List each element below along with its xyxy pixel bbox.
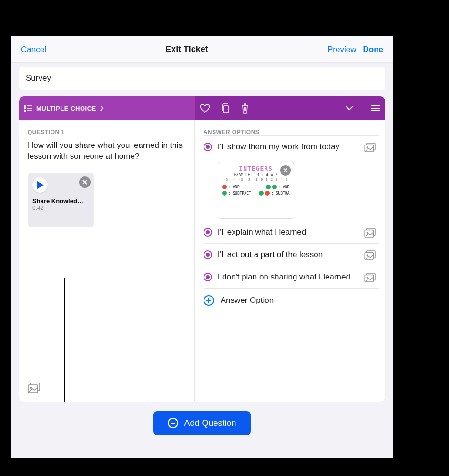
radio-icon: [204, 273, 212, 281]
drag-handle-icon[interactable]: [371, 105, 380, 112]
answer-media-icon[interactable]: [364, 249, 379, 260]
preview-button[interactable]: Preview: [327, 45, 356, 54]
editor-sheet: Cancel Exit Ticket Preview Done: [11, 36, 393, 458]
answer-media-icon[interactable]: [364, 142, 379, 152]
media-duration: 0:42: [32, 205, 90, 211]
question-type-label: MULTIPLE CHOICE: [36, 105, 96, 112]
radio-icon: [204, 228, 212, 237]
media-title: Share Knowled…: [32, 197, 90, 205]
answer-media-icon[interactable]: [364, 272, 379, 282]
add-answer-option-label: Answer Option: [221, 296, 274, 305]
question-type-button[interactable]: MULTIPLE CHOICE: [24, 105, 104, 112]
done-button[interactable]: Done: [363, 45, 383, 54]
radio-icon: [204, 143, 212, 151]
bulleted-list-icon: [24, 105, 32, 112]
assessment-title-input[interactable]: [19, 67, 385, 90]
answer-media-icon[interactable]: [364, 227, 379, 238]
trash-icon[interactable]: [241, 103, 249, 114]
question-header: MULTIPLE CHOICE: [19, 96, 385, 120]
answer-option-text[interactable]: I'll explain what I learned: [218, 227, 358, 238]
callout-line-media-below: [68, 458, 69, 476]
svg-point-0: [24, 105, 26, 107]
answer-options-label: ANSWER OPTIONS: [204, 129, 379, 135]
attachment-row-l2: : SUBTRACT: [228, 191, 251, 196]
svg-point-28: [367, 255, 368, 256]
svg-marker-12: [37, 181, 44, 189]
svg-point-25: [367, 232, 368, 234]
answer-option-text[interactable]: I don't plan on sharing what I learned: [218, 272, 358, 282]
chevron-right-icon: [100, 105, 104, 111]
svg-rect-6: [223, 106, 229, 113]
svg-point-17: [31, 387, 32, 389]
nav-title: Exit Ticket: [165, 44, 208, 54]
callout-line-media: [64, 278, 65, 402]
answer-option[interactable]: I'll explain what I learned: [204, 221, 379, 243]
answer-option[interactable]: I'll act out a part of the lesson: [204, 243, 379, 266]
add-question-label: Add Question: [184, 418, 236, 428]
duplicate-icon[interactable]: [221, 103, 230, 114]
attachment-example: EXAMPLE: -3 + 4 = ?: [234, 173, 278, 177]
attachment-row-r2: : SUBTRA: [271, 191, 290, 196]
callout-line-toolbar: [216, 0, 216, 36]
cancel-button[interactable]: Cancel: [21, 45, 46, 54]
question-text[interactable]: How will you share what you learned in t…: [28, 140, 186, 162]
add-media-icon[interactable]: [28, 383, 41, 395]
answer-option[interactable]: I don't plan on sharing what I learned: [204, 266, 379, 288]
plus-icon: [168, 418, 178, 428]
attachment-heading: INTEGERS: [239, 165, 273, 172]
attachment-row-r1: : ADD: [278, 185, 290, 189]
svg-point-31: [367, 277, 368, 279]
answer-option-text[interactable]: I'll act out a part of the lesson: [218, 249, 358, 260]
question-media-attachment[interactable]: Share Knowled… 0:42: [28, 173, 94, 227]
add-question-button[interactable]: Add Question: [153, 411, 250, 435]
attachment-row-l1: : ADD: [228, 185, 240, 189]
remove-attachment-button[interactable]: [280, 165, 291, 176]
divider: [362, 103, 362, 113]
question-number-label: QUESTION 1: [28, 129, 186, 135]
answer-attachment-image[interactable]: INTEGERS EXAMPLE: -3 + 4 = ? -5 -4 -3 -2…: [218, 162, 294, 219]
nav-bar: Cancel Exit Ticket Preview Done: [11, 36, 393, 63]
radio-icon: [204, 250, 212, 259]
play-icon[interactable]: [32, 177, 48, 193]
add-answer-option-button[interactable]: Answer Option: [204, 288, 379, 309]
plus-icon: [204, 295, 214, 306]
callout-line-header: [136, 0, 136, 36]
answer-option-text[interactable]: I'll show them my work from today: [218, 142, 358, 152]
answer-option[interactable]: I'll show them my work from today: [204, 135, 379, 158]
attachment-numberline: -5 -4 -3 -2 -1 0 1 2 3 4 5: [222, 178, 290, 182]
remove-media-button[interactable]: [79, 176, 91, 188]
favorite-icon[interactable]: [200, 103, 210, 113]
svg-point-4: [24, 110, 26, 112]
collapse-icon[interactable]: [346, 106, 353, 111]
question-card: MULTIPLE CHOICE: [19, 96, 385, 402]
answer-options-panel: ANSWER OPTIONS I'll show them my work fr…: [195, 120, 385, 402]
svg-point-2: [24, 108, 26, 109]
svg-point-20: [367, 147, 368, 148]
